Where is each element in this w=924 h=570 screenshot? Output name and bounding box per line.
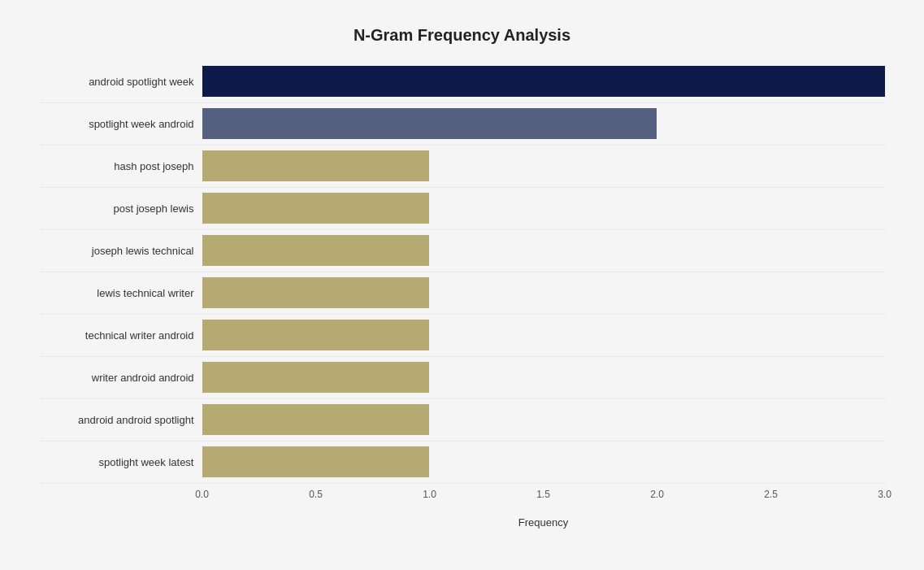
- x-axis-area: 0.00.51.01.52.02.53.0: [40, 489, 885, 513]
- bar-track: [202, 277, 885, 308]
- bar-track: [202, 362, 885, 393]
- bar-fill: [202, 193, 430, 224]
- bar-row: android android spotlight: [40, 399, 885, 442]
- x-axis-labels: 0.00.51.01.52.02.53.0: [202, 489, 885, 513]
- bar-label: hash post joseph: [40, 160, 202, 172]
- bar-label: technical writer android: [40, 329, 202, 342]
- bar-fill: [202, 446, 430, 477]
- bar-track: [202, 404, 885, 435]
- bar-label: spotlight week latest: [40, 456, 202, 468]
- bar-fill: [202, 277, 430, 308]
- bar-track: [202, 108, 885, 139]
- bar-track: [202, 66, 885, 97]
- x-tick: 0.0: [195, 489, 209, 500]
- x-tick: 3.0: [878, 489, 891, 500]
- bar-fill: [202, 362, 430, 393]
- bar-fill: [202, 150, 430, 181]
- x-tick: 1.5: [536, 489, 550, 500]
- bar-row: joseph lewis technical: [40, 230, 885, 272]
- bar-track: [202, 446, 885, 477]
- bar-row: writer android android: [40, 357, 885, 399]
- bar-label: spotlight week android: [40, 118, 202, 130]
- bar-fill: [202, 66, 885, 97]
- bar-track: [202, 320, 885, 350]
- bar-label: lewis technical writer: [40, 287, 202, 299]
- x-tick: 1.0: [423, 489, 436, 500]
- bar-label: writer android android: [40, 372, 202, 384]
- bar-row: android spotlight week: [40, 61, 885, 103]
- bar-row: spotlight week latest: [40, 442, 885, 484]
- x-tick: 2.5: [764, 489, 778, 500]
- bar-label: joseph lewis technical: [40, 245, 202, 257]
- x-axis-title: Frequency: [202, 516, 885, 529]
- bar-row: spotlight week android: [40, 103, 885, 146]
- bar-row: lewis technical writer: [40, 272, 885, 315]
- chart-container: N-Gram Frequency Analysis android spotli…: [15, 10, 909, 561]
- chart-area: android spotlight weekspotlight week and…: [40, 61, 885, 484]
- bar-track: [202, 235, 885, 266]
- bar-label: android spotlight week: [40, 76, 202, 88]
- bar-row: post joseph lewis: [40, 188, 885, 230]
- x-tick: 2.0: [650, 489, 664, 500]
- chart-title: N-Gram Frequency Analysis: [40, 26, 885, 45]
- bar-fill: [202, 320, 430, 350]
- bar-fill: [202, 108, 657, 139]
- x-tick: 0.5: [309, 489, 323, 500]
- bar-fill: [202, 404, 430, 435]
- bar-track: [202, 150, 885, 181]
- x-title-area: Frequency: [40, 516, 885, 529]
- bar-label: android android spotlight: [40, 414, 202, 426]
- bar-row: technical writer android: [40, 315, 885, 357]
- bar-label: post joseph lewis: [40, 202, 202, 215]
- bar-fill: [202, 235, 430, 266]
- bar-track: [202, 193, 885, 224]
- bar-row: hash post joseph: [40, 146, 885, 188]
